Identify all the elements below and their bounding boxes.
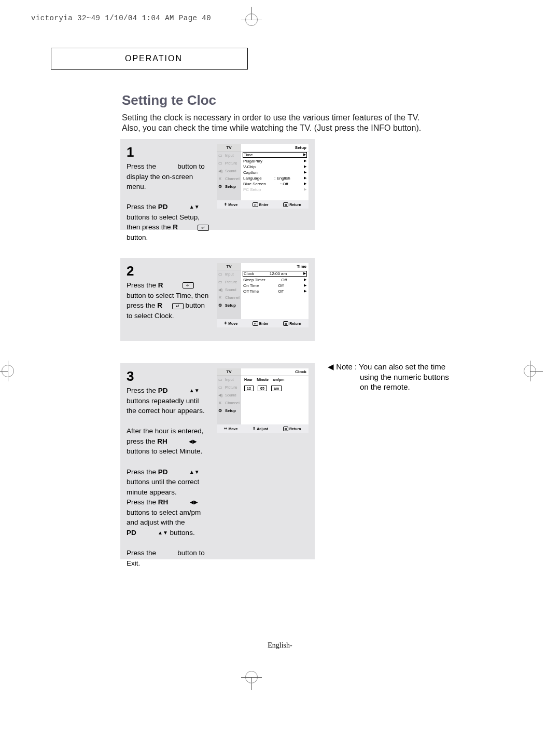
side-note: ◀ Note : You can also set the time using… — [328, 362, 488, 392]
sidebar-picture: ▭Picture — [217, 159, 241, 167]
leftright-icon: ◀▶ — [189, 438, 197, 444]
clock-header-row: Hour Minute am/pm — [241, 376, 309, 383]
osd-footer: ⇕ Move ↵ Enter Ⅲ Return — [217, 200, 309, 209]
row-ontime: On TimeOff▶ — [241, 283, 309, 288]
t: Press the — [127, 281, 156, 289]
step-1: 1 Press the button to display the on-scr… — [120, 139, 315, 230]
page-title: Setting te Cloc — [122, 92, 216, 108]
t: PD — [158, 203, 168, 211]
sidebar-setup: ⚙Setup — [217, 183, 241, 190]
tv-header: TV — [217, 263, 241, 270]
picture-icon: ▭ — [218, 161, 223, 166]
enter-icon: ↵ — [183, 282, 194, 288]
crop-mark — [0, 361, 18, 381]
return-key-icon: Ⅲ — [283, 427, 288, 431]
t: on the remote. — [360, 382, 410, 391]
row-vchip: V-Chip▶ — [241, 164, 309, 170]
leftright-icon: ◀▶ — [190, 499, 198, 505]
row-plugplay: Plug&Play▶ — [241, 158, 309, 164]
step-2: 2 Press the R ↵ button to select Time, t… — [120, 258, 315, 341]
t: R — [157, 301, 162, 309]
clock-minute: 05 — [258, 386, 267, 391]
crop-mark — [241, 9, 262, 30]
clock-value-row: 12 05 am — [241, 383, 309, 393]
panel-title: Time — [241, 263, 309, 270]
tv-osd-clock: TV ▭Input ▭Picture ◀)Sound ✕Channel ⚙Set… — [217, 368, 309, 433]
leftright-icon: ⇔ — [224, 427, 227, 431]
return-key-icon: Ⅲ — [283, 321, 288, 326]
input-icon: ▭ — [218, 153, 223, 158]
t: R — [173, 223, 178, 231]
clock-hour: 12 — [244, 386, 254, 391]
updown-icon: ⇕ — [253, 427, 256, 431]
print-slug: victoryia 32~49 1/10/04 1:04 AM Page 40 — [31, 14, 211, 22]
note-lead: ◀ Note : — [328, 362, 357, 371]
crop-mark — [520, 361, 540, 381]
section-header-box: OPERATION — [51, 48, 248, 70]
sidebar-sound: ◀)Sound — [217, 167, 241, 175]
row-time: Time▶ — [243, 152, 307, 158]
clock-ampm: am — [271, 386, 282, 391]
tv-osd-setup: TV ▭Input ▭Picture ◀)Sound ✕Channel ⚙Set… — [217, 144, 309, 209]
updown-icon: ▲▼ — [189, 469, 200, 475]
page-footer: English- — [0, 641, 560, 650]
sidebar-channel: ✕Channel — [217, 175, 241, 183]
row-language: Language: English▶ — [241, 175, 309, 181]
enter-icon: ↵ — [172, 303, 184, 309]
sidebar-input: ▭Input — [217, 152, 241, 159]
row-caption: Caption▶ — [241, 170, 309, 175]
t: using the numeric buttons — [360, 373, 449, 381]
intro-text: Setting the clock is necessary in order … — [122, 113, 438, 133]
step-text: Press the button to display the on-scree… — [127, 161, 209, 243]
panel-title: Clock — [241, 368, 309, 376]
return-key-icon: Ⅲ — [283, 202, 288, 207]
step-text: Press the PD ▲▼ buttons repeatedly until… — [127, 386, 209, 568]
sound-icon: ◀) — [218, 169, 223, 173]
t: buttons to select Setup, then press the — [127, 213, 200, 231]
row-sleep: Sleep TimerOff▶ — [241, 277, 309, 283]
setup-icon: ⚙ — [218, 184, 223, 189]
osd-footer: ⇔ Move ⇕ Adjust Ⅲ Return — [217, 424, 309, 433]
panel-title: Setup — [241, 144, 309, 152]
t: Press the — [127, 203, 156, 211]
t: Press the — [127, 162, 156, 170]
enter-key-icon: ↵ — [253, 321, 258, 326]
row-offtime: Off TimeOff▶ — [241, 288, 309, 294]
channel-icon: ✕ — [218, 176, 223, 181]
row-clock: Clock12:00 am▶ — [243, 271, 307, 277]
section-header: OPERATION — [125, 54, 183, 63]
tv-osd-time: TV ▭Input ▭Picture ◀)Sound ✕Channel ⚙Set… — [217, 263, 309, 327]
t: You can also set the time — [359, 362, 445, 371]
enter-icon: ↵ — [198, 225, 209, 231]
tv-header: TV — [217, 368, 241, 376]
step-text: Press the R ↵ button to select Time, the… — [127, 280, 209, 321]
row-bluescreen: Blue Screen: Off▶ — [241, 181, 309, 187]
updown-icon: ⇕ — [224, 202, 227, 207]
osd-footer: ⇕ Move ↵ Enter Ⅲ Return — [217, 319, 309, 327]
t: button. — [127, 233, 148, 241]
step-3: 3 Press the PD ▲▼ buttons repeatedly unt… — [120, 363, 315, 559]
tv-header: TV — [217, 144, 241, 152]
updown-icon: ▲▼ — [189, 388, 200, 393]
row-pcsetup: PC Setup▶ — [241, 187, 309, 193]
updown-icon: ⇕ — [224, 321, 227, 325]
crop-mark — [241, 667, 262, 688]
updown-icon: ▲▼ — [158, 530, 168, 535]
enter-key-icon: ↵ — [253, 202, 258, 207]
updown-icon: ▲▼ — [189, 204, 200, 210]
t: R — [158, 281, 163, 289]
